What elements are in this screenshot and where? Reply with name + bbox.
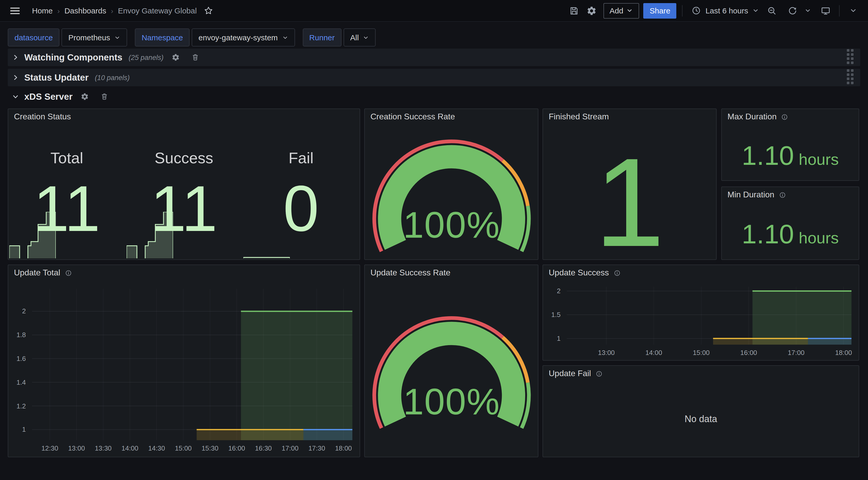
stat-unit: hours (799, 230, 839, 246)
time-series-plot[interactable]: 11.21.41.61.82 12:3013:0013:3014:0014:30… (32, 289, 352, 440)
panel-update-total: Update Total 11.21.41.61.82 12:3013:0013… (8, 265, 360, 457)
panel-update-success: Update Success 11.52 13:0014:0015:0016:0… (542, 265, 859, 361)
variable-datasource-value-dropdown[interactable]: Prometheus (61, 28, 127, 47)
x-tick-label: 18:00 (835, 349, 852, 357)
x-tick-label: 16:00 (228, 444, 245, 452)
info-icon[interactable] (778, 191, 786, 199)
y-tick-label: 1 (22, 426, 26, 433)
x-tick-label: 14:00 (645, 349, 662, 357)
chevron-down-icon (849, 7, 857, 14)
panel-header[interactable]: Update Success (543, 265, 859, 280)
time-range-label: Last 6 hours (706, 6, 748, 15)
share-button-label: Share (650, 6, 671, 15)
x-axis-labels: 12:3013:0013:3014:0014:3015:0015:3016:00… (32, 442, 352, 454)
panel-max-duration: Max Duration 1.10 hours (721, 109, 859, 181)
panel-header[interactable]: Update Fail (543, 366, 859, 381)
kiosk-mode-chevron-button[interactable] (845, 3, 861, 18)
refresh-interval-dropdown[interactable] (802, 3, 813, 18)
time-range-picker[interactable]: Last 6 hours (688, 3, 762, 18)
stat-value: 1 (543, 124, 716, 259)
chevron-down-icon (12, 93, 19, 100)
y-tick-label: 1.2 (17, 402, 26, 410)
info-icon[interactable] (613, 269, 621, 277)
x-tick-label: 18:00 (335, 444, 352, 452)
row-settings-button[interactable] (78, 90, 92, 103)
x-tick-label: 14:30 (148, 444, 165, 452)
breadcrumb-dashboards[interactable]: Dashboards (64, 6, 106, 15)
svg-text:100%: 100% (403, 204, 500, 245)
zoom-out-time-button[interactable] (764, 3, 780, 18)
save-dashboard-button[interactable] (566, 3, 582, 18)
variable-datasource-label[interactable]: datasource (8, 28, 59, 47)
top-nav-bar: Home › Dashboards › Envoy Gateway Global… (0, 0, 868, 22)
variable-value-text: All (350, 33, 359, 42)
row-header-watching-components[interactable]: Watching Components (25 panels) (8, 49, 860, 66)
y-tick-label: 1.6 (17, 355, 26, 362)
chevron-right-icon (12, 54, 19, 61)
sparkline (244, 212, 290, 258)
row-panel-count: (10 panels) (95, 73, 130, 81)
panel-header[interactable]: Finished Stream (543, 109, 716, 124)
share-button[interactable]: Share (644, 3, 677, 18)
star-icon (204, 6, 213, 16)
panel-header[interactable]: Creation Success Rate (365, 109, 538, 124)
panel-creation-success-rate: Creation Success Rate 100% (364, 109, 538, 260)
variable-value-text: envoy-gateway-system (198, 33, 278, 42)
row-drag-handle[interactable] (847, 49, 855, 66)
row-title: Status Updater (24, 72, 89, 83)
gauge-container: 100% (365, 124, 538, 259)
panel-header[interactable]: Min Duration (722, 187, 859, 203)
favorite-star-button[interactable] (204, 6, 213, 16)
stat-fail: Fail 0 (243, 124, 360, 259)
x-tick-label: 15:30 (202, 444, 218, 452)
variable-namespace-label[interactable]: Namespace (135, 28, 190, 47)
gear-icon (81, 92, 89, 101)
add-button[interactable]: Add (603, 3, 639, 18)
row-drag-handle[interactable] (847, 69, 855, 86)
variable-runner: Runner All (303, 28, 376, 47)
breadcrumb-separator: › (111, 6, 113, 15)
menu-toggle-button[interactable] (7, 3, 23, 18)
row-header-xds-server[interactable]: xDS Server (8, 88, 860, 105)
info-icon[interactable] (781, 113, 788, 121)
variable-runner-label[interactable]: Runner (303, 28, 341, 47)
panel-header[interactable]: Update Success Rate (365, 265, 538, 280)
tv-mode-button[interactable] (818, 3, 833, 18)
stat-value: 1.10 (742, 221, 794, 247)
panel-header[interactable]: Creation Status (8, 109, 360, 124)
row-delete-button[interactable] (188, 51, 203, 64)
y-tick-label: 1 (557, 335, 561, 342)
monitor-icon (820, 5, 831, 16)
gauge-chart: 100% (367, 128, 536, 256)
panel-header[interactable]: Update Total (8, 265, 360, 280)
panel-title: Max Duration (727, 112, 777, 121)
variable-namespace-value-dropdown[interactable]: envoy-gateway-system (192, 28, 295, 47)
breadcrumb-home[interactable]: Home (32, 6, 53, 15)
variable-namespace: Namespace envoy-gateway-system (135, 28, 295, 47)
panel-header[interactable]: Max Duration (722, 109, 859, 124)
info-icon[interactable] (64, 269, 72, 277)
stat-label: Total (8, 149, 125, 167)
panel-finished-stream: Finished Stream 1 (542, 109, 717, 260)
stat-value: 1.10 (742, 142, 794, 169)
stat-value-group: 1.10 hours (722, 203, 859, 259)
row-settings-button[interactable] (169, 51, 183, 64)
y-tick-label: 1.8 (17, 331, 26, 339)
x-tick-label: 17:00 (282, 444, 299, 452)
zoom-out-icon (767, 5, 777, 16)
time-series-plot[interactable]: 11.52 13:0014:0015:0016:0017:0018:00 (567, 287, 851, 344)
row-title: xDS Server (24, 91, 72, 102)
x-tick-label: 14:00 (121, 444, 138, 452)
y-tick-label: 1.5 (551, 311, 561, 319)
y-axis-labels: 11.21.41.61.82 (11, 289, 29, 440)
x-tick-label: 12:30 (41, 444, 58, 452)
row-delete-button[interactable] (97, 90, 112, 103)
dashboard-settings-button[interactable] (584, 3, 599, 18)
info-icon[interactable] (595, 370, 603, 378)
row-header-status-updater[interactable]: Status Updater (10 panels) (8, 69, 860, 86)
no-data-message: No data (543, 381, 859, 457)
refresh-button[interactable] (785, 3, 800, 18)
variable-runner-value-dropdown[interactable]: All (344, 28, 376, 47)
chevron-down-icon (363, 34, 369, 40)
chevron-down-icon (282, 34, 288, 40)
